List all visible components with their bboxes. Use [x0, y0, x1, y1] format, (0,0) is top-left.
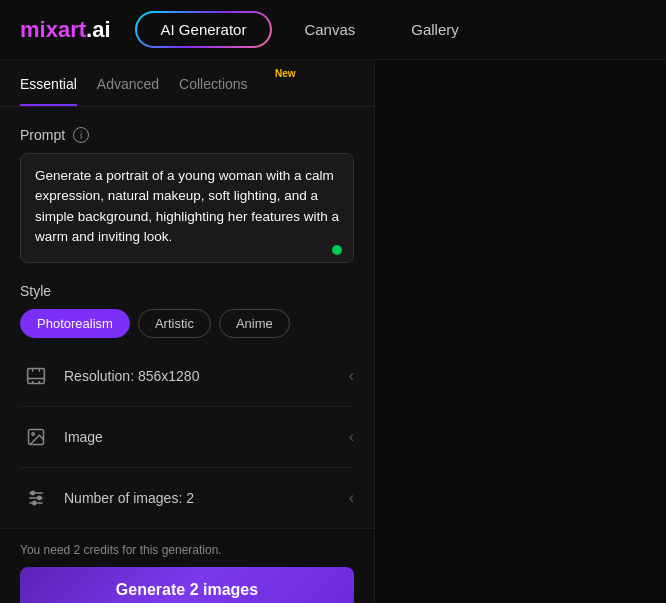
prompt-section: Prompt i	[0, 107, 374, 267]
nav-tab-ai-generator[interactable]: AI Generator	[135, 11, 273, 48]
number-of-images-chevron: ‹	[349, 489, 354, 507]
left-panel: Essential Advanced Collections New Promp…	[0, 60, 375, 603]
right-panel	[375, 60, 666, 603]
prompt-info-icon[interactable]: i	[73, 127, 89, 143]
prompt-container	[20, 153, 354, 267]
prompt-label-row: Prompt i	[20, 127, 354, 143]
nav-tab-canvas[interactable]: Canvas	[280, 13, 379, 46]
style-tag-anime[interactable]: Anime	[219, 309, 290, 338]
setting-resolution[interactable]: Resolution: 856x1280 ‹	[20, 346, 354, 407]
tab-essential[interactable]: Essential	[20, 76, 77, 106]
tab-advanced[interactable]: Advanced	[97, 76, 159, 106]
svg-point-2	[32, 433, 34, 436]
resolution-icon	[20, 360, 52, 392]
sub-tabs: Essential Advanced Collections New	[0, 60, 374, 107]
generate-button[interactable]: Generate 2 images	[20, 567, 354, 603]
style-tag-artistic[interactable]: Artistic	[138, 309, 211, 338]
logo-ai: ai	[92, 17, 110, 42]
svg-rect-0	[28, 369, 45, 384]
image-chevron: ‹	[349, 428, 354, 446]
style-tags: Photorealism Artistic Anime	[20, 309, 354, 338]
bottom-area: You need 2 credits for this generation. …	[0, 528, 374, 603]
nav-tabs: AI Generator Canvas Gallery	[135, 11, 646, 48]
new-badge: New	[275, 68, 296, 79]
resolution-chevron: ‹	[349, 367, 354, 385]
svg-point-7	[38, 496, 41, 499]
setting-image[interactable]: Image ‹	[20, 407, 354, 468]
resolution-label: Resolution: 856x1280	[64, 368, 349, 384]
nav-tab-gallery[interactable]: Gallery	[387, 13, 483, 46]
prompt-input[interactable]	[20, 153, 354, 263]
setting-number-of-images[interactable]: Number of images: 2 ‹	[20, 468, 354, 528]
settings-section: Resolution: 856x1280 ‹ Image ‹	[0, 338, 374, 528]
style-tag-photorealism[interactable]: Photorealism	[20, 309, 130, 338]
main-layout: Essential Advanced Collections New Promp…	[0, 60, 666, 603]
image-icon	[20, 421, 52, 453]
credits-text: You need 2 credits for this generation.	[20, 543, 354, 557]
sliders-icon	[20, 482, 52, 514]
prompt-status-dot	[332, 245, 342, 255]
number-of-images-label: Number of images: 2	[64, 490, 349, 506]
logo: mixart.ai	[20, 17, 111, 43]
header: mixart.ai AI Generator Canvas Gallery	[0, 0, 666, 60]
logo-text: mixart	[20, 17, 86, 42]
style-section: Style Photorealism Artistic Anime	[0, 267, 374, 338]
svg-point-6	[31, 491, 34, 494]
tab-collections[interactable]: Collections New	[179, 76, 275, 106]
image-label: Image	[64, 429, 349, 445]
style-label: Style	[20, 283, 354, 299]
svg-point-8	[33, 501, 36, 504]
